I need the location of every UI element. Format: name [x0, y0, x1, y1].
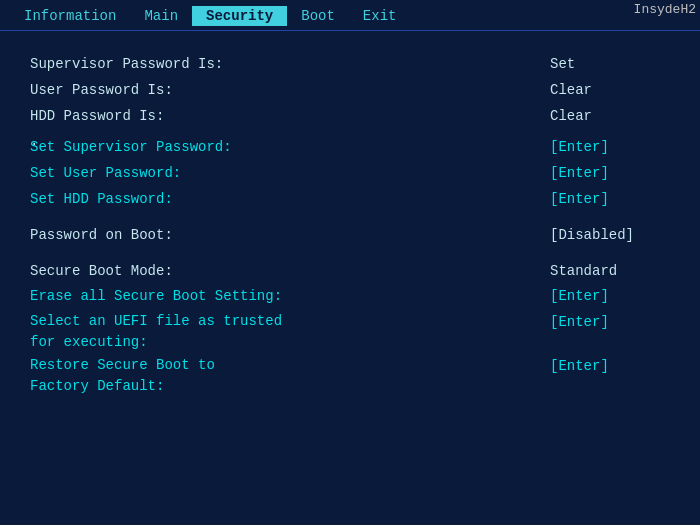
hdd-password-row: HDD Password Is: Clear	[30, 105, 670, 129]
menu-security[interactable]: Security	[192, 6, 287, 26]
secure-boot-mode-value: Standard	[550, 260, 670, 284]
set-supervisor-row[interactable]: Set Supervisor Password: [Enter]	[30, 136, 670, 160]
password-on-boot-value: [Disabled]	[550, 224, 670, 248]
select-uefi-row[interactable]: Select an UEFI file as trusted for execu…	[30, 311, 670, 353]
menubar: Information Main Security Boot Exit	[0, 0, 700, 31]
menu-main[interactable]: Main	[130, 6, 192, 26]
supervisor-password-row: Supervisor Password Is: Set	[30, 53, 670, 77]
set-hdd-label: Set HDD Password:	[30, 188, 173, 212]
secure-boot-mode-label: Secure Boot Mode:	[30, 260, 173, 284]
password-on-boot-row[interactable]: Password on Boot: [Disabled]	[30, 224, 670, 248]
content-area: Supervisor Password Is: Set User Passwor…	[0, 31, 700, 409]
brand-label: InsydeH2	[634, 2, 696, 17]
user-password-value: Clear	[550, 79, 670, 103]
set-user-row[interactable]: Set User Password: [Enter]	[30, 162, 670, 186]
hdd-password-label: HDD Password Is:	[30, 105, 164, 129]
erase-secure-boot-value: [Enter]	[550, 285, 670, 309]
restore-secure-boot-row[interactable]: Restore Secure Boot to Factory Default: …	[30, 355, 670, 397]
erase-secure-boot-row[interactable]: Erase all Secure Boot Setting: [Enter]	[30, 285, 670, 309]
restore-secure-boot-label: Restore Secure Boot to Factory Default:	[30, 355, 215, 397]
menu-exit[interactable]: Exit	[349, 6, 411, 26]
secure-boot-mode-row[interactable]: Secure Boot Mode: Standard	[30, 260, 670, 284]
set-supervisor-value: [Enter]	[550, 136, 670, 160]
user-password-label: User Password Is:	[30, 79, 173, 103]
password-on-boot-label: Password on Boot:	[30, 224, 173, 248]
menu-boot[interactable]: Boot	[287, 6, 349, 26]
set-user-value: [Enter]	[550, 162, 670, 186]
menu-information[interactable]: Information	[10, 6, 130, 26]
supervisor-password-label: Supervisor Password Is:	[30, 53, 223, 77]
supervisor-password-value: Set	[550, 53, 670, 77]
user-password-row: User Password Is: Clear	[30, 79, 670, 103]
select-uefi-label: Select an UEFI file as trusted for execu…	[30, 311, 282, 353]
set-user-label: Set User Password:	[30, 162, 181, 186]
bios-screen: InsydeH2 Information Main Security Boot …	[0, 0, 700, 525]
erase-secure-boot-label: Erase all Secure Boot Setting:	[30, 285, 282, 309]
restore-secure-boot-value: [Enter]	[550, 355, 670, 379]
select-uefi-value: [Enter]	[550, 311, 670, 335]
hdd-password-value: Clear	[550, 105, 670, 129]
spacer2	[30, 250, 670, 260]
set-hdd-row[interactable]: Set HDD Password: [Enter]	[30, 188, 670, 212]
set-supervisor-label: Set Supervisor Password:	[30, 136, 232, 160]
set-hdd-value: [Enter]	[550, 188, 670, 212]
spacer1	[30, 214, 670, 224]
